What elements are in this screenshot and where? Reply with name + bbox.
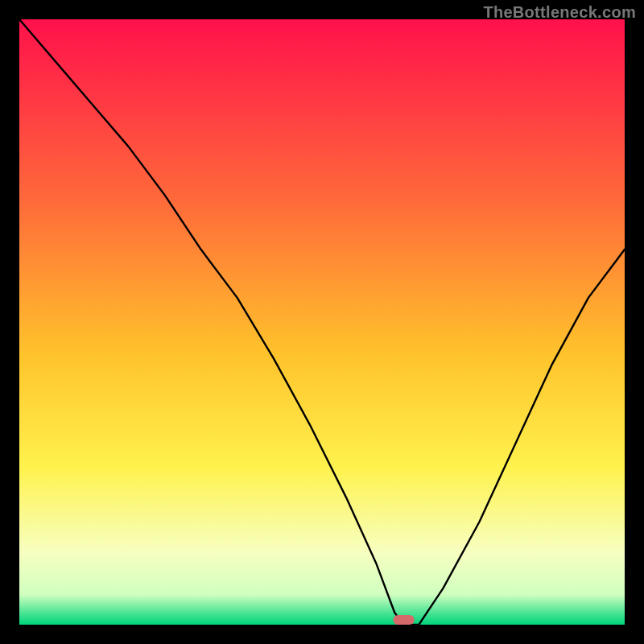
optimal-marker — [393, 615, 414, 625]
chart-outer-frame: TheBottleneck.com — [0, 0, 644, 644]
gradient-background — [19, 19, 625, 625]
chart-svg — [19, 19, 625, 625]
plot-area — [19, 19, 625, 625]
